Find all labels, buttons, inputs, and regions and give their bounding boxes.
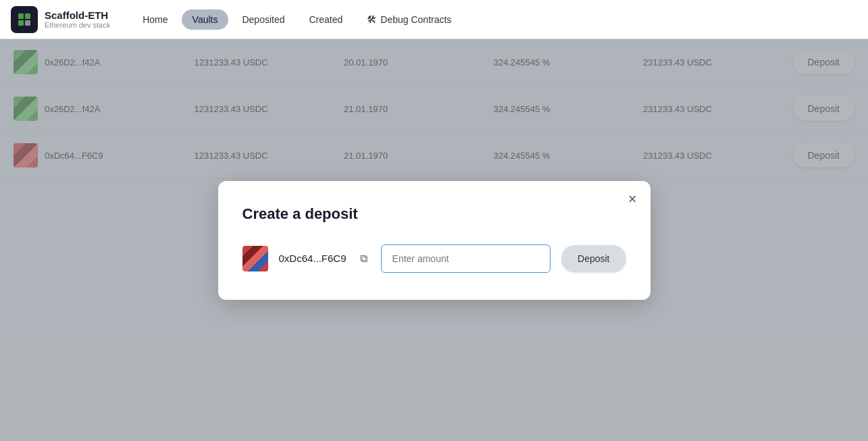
- brand: Scaffold-ETH Ethereum dev stack: [11, 6, 110, 33]
- close-button[interactable]: ×: [628, 192, 637, 207]
- nav-deposited[interactable]: Deposited: [231, 9, 295, 30]
- nav-vaults[interactable]: Vaults: [182, 9, 229, 30]
- amount-input[interactable]: [381, 244, 551, 273]
- nav-links: Home Vaults Deposited Created 🛠 Debug Co…: [132, 9, 462, 30]
- deposit-modal: × Create a deposit 0xDc64...F6C9 ⧉ Depos…: [218, 181, 650, 300]
- main-content: 0x26D2...f42A 1231233.43 USDC 20.01.1970…: [0, 39, 868, 441]
- svg-rect-3: [25, 20, 30, 26]
- nav-debug[interactable]: 🛠 Debug Contracts: [356, 9, 462, 30]
- svg-rect-2: [18, 20, 24, 26]
- modal-overlay: × Create a deposit 0xDc64...F6C9 ⧉ Depos…: [0, 39, 868, 441]
- nav-debug-label: Debug Contracts: [380, 14, 451, 25]
- svg-rect-1: [25, 14, 30, 19]
- brand-logo: [11, 6, 38, 33]
- debug-icon: 🛠: [367, 14, 376, 25]
- copy-icon: ⧉: [360, 253, 367, 264]
- brand-subtitle: Ethereum dev stack: [45, 21, 110, 29]
- modal-body: 0xDc64...F6C9 ⧉ Deposit: [242, 244, 626, 273]
- modal-deposit-button[interactable]: Deposit: [561, 245, 626, 272]
- brand-text: Scaffold-ETH Ethereum dev stack: [45, 9, 110, 29]
- svg-rect-0: [18, 14, 24, 19]
- modal-title: Create a deposit: [242, 205, 626, 223]
- navbar: Scaffold-ETH Ethereum dev stack Home Vau…: [0, 0, 868, 39]
- modal-address: 0xDc64...F6C9: [279, 253, 347, 264]
- nav-home[interactable]: Home: [132, 9, 178, 30]
- brand-name: Scaffold-ETH: [45, 9, 110, 21]
- nav-created[interactable]: Created: [299, 9, 354, 30]
- modal-avatar: [242, 246, 268, 271]
- copy-address-button[interactable]: ⧉: [357, 251, 370, 266]
